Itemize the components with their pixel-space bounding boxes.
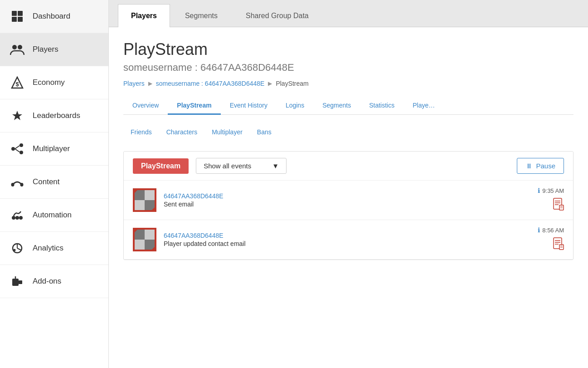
sidebar-item-analytics[interactable]: Analytics	[0, 232, 108, 265]
content-area: PlayStream someusername : 64647AA368D644…	[109, 27, 588, 368]
sub-tab-bar-row2: Friends Characters Multiplayer Bans	[123, 126, 573, 138]
sub-tab-bans[interactable]: Bans	[250, 126, 279, 138]
event-time-label-1: 9:35 AM	[542, 187, 564, 194]
sub-tab-characters[interactable]: Characters	[159, 126, 204, 138]
sub-tab-segments[interactable]: Segments	[313, 97, 360, 115]
page-title: PlayStream	[123, 40, 573, 59]
event-time-2: ℹ 8:56 AM	[538, 226, 564, 234]
svg-rect-3	[18, 17, 23, 22]
svg-point-16	[15, 216, 19, 220]
sidebar-item-label-economy: Economy	[33, 78, 65, 87]
leaderboards-icon	[9, 108, 25, 124]
breadcrumb: Players ▶ someusername : 64647AA368D6448…	[123, 80, 573, 87]
breadcrumb-players-link[interactable]: Players	[123, 80, 145, 87]
svg-rect-1	[18, 11, 23, 16]
info-icon-2: ℹ	[538, 226, 540, 234]
sidebar-item-multiplayer[interactable]: Multiplayer	[0, 132, 108, 166]
players-icon	[9, 41, 25, 58]
pause-label: Pause	[536, 162, 555, 170]
sidebar-item-economy[interactable]: $ Economy	[0, 66, 108, 99]
sidebar-item-label-players: Players	[33, 45, 58, 54]
sub-tab-event-history[interactable]: Event History	[221, 97, 277, 115]
automation-icon	[9, 207, 25, 223]
sidebar-item-addons[interactable]: Add-ons	[0, 265, 108, 298]
svg-line-11	[15, 146, 19, 149]
svg-rect-2	[12, 17, 17, 22]
svg-point-4	[12, 45, 17, 49]
economy-icon: $	[9, 74, 25, 91]
sub-tab-bar-row1: Overview PlayStream Event History Logins…	[123, 97, 573, 115]
sub-tab-multiplayer[interactable]: Multiplayer	[204, 126, 250, 138]
sub-tab-friends[interactable]: Friends	[123, 126, 159, 138]
svg-text:$: $	[15, 81, 19, 88]
sidebar-item-leaderboards[interactable]: Leaderboards	[0, 99, 108, 132]
multiplayer-icon	[9, 141, 25, 157]
pause-button[interactable]: ⏸ Pause	[517, 158, 564, 174]
event-user-link-2[interactable]: 64647AA368D6448E	[164, 232, 530, 239]
sidebar-item-label-leaderboards: Leaderboards	[33, 111, 80, 120]
dashboard-icon	[9, 8, 25, 25]
playstream-card: PlayStream Show all events ▼ ⏸ Pause	[123, 151, 573, 260]
sidebar: Dashboard Players $ Economy Leaderboards	[0, 0, 109, 368]
event-info-2: 64647AA368D6448E Player updated contact …	[164, 232, 530, 247]
event-time-1: ℹ 9:35 AM	[538, 187, 564, 194]
sub-tab-overview[interactable]: Overview	[123, 97, 168, 115]
sidebar-item-content[interactable]: Content	[0, 166, 108, 199]
tab-players[interactable]: Players	[118, 4, 170, 27]
event-row-2: 64647AA368D6448E Player updated contact …	[124, 220, 573, 260]
tab-shared-group-data[interactable]: Shared Group Data	[233, 4, 322, 27]
playstream-badge: PlayStream	[133, 158, 189, 174]
sidebar-item-label-analytics: Analytics	[33, 244, 63, 253]
event-row: 64647AA368D6448E Sent email ℹ 9:35 AM	[124, 181, 573, 220]
svg-point-13	[11, 183, 15, 186]
svg-point-14	[20, 183, 24, 186]
show-events-dropdown[interactable]: Show all events ▼	[196, 158, 287, 174]
analytics-icon	[9, 240, 25, 256]
sidebar-item-label-content: Content	[33, 177, 60, 186]
svg-point-5	[18, 45, 22, 49]
sidebar-item-players[interactable]: Players	[0, 33, 108, 66]
breadcrumb-sep-1: ▶	[148, 80, 152, 87]
svg-rect-21	[19, 280, 22, 284]
pause-icon: ⏸	[525, 162, 532, 170]
breadcrumb-current: PlayStream	[276, 80, 308, 87]
addons-icon	[9, 273, 25, 289]
dropdown-arrow-icon: ▼	[272, 162, 279, 170]
avatar-svg-2	[133, 228, 156, 251]
svg-rect-0	[12, 11, 17, 16]
info-icon-1: ℹ	[538, 187, 540, 194]
sub-tab-statistics[interactable]: Statistics	[360, 97, 403, 115]
playstream-header: PlayStream Show all events ▼ ⏸ Pause	[124, 152, 573, 181]
breadcrumb-user-link[interactable]: someusername : 64647AA368D6448E	[156, 80, 265, 87]
sub-tab-logins[interactable]: Logins	[277, 97, 313, 115]
event-avatar-1	[133, 188, 156, 212]
svg-point-9	[19, 143, 23, 147]
svg-point-10	[19, 151, 23, 154]
show-events-label: Show all events	[204, 162, 251, 170]
breadcrumb-sep-2: ▶	[268, 80, 272, 87]
sidebar-item-label-addons: Add-ons	[33, 277, 61, 286]
sub-tab-playstream[interactable]: PlayStream	[168, 97, 220, 115]
svg-point-19	[14, 249, 16, 251]
sidebar-item-label-automation: Automation	[33, 211, 72, 220]
event-user-link-1[interactable]: 64647AA368D6448E	[164, 192, 530, 200]
svg-point-17	[19, 216, 23, 220]
tab-segments[interactable]: Segments	[172, 4, 231, 27]
sub-tab-players[interactable]: Playe…	[403, 97, 444, 115]
event-meta-1: ℹ 9:35 AM	[538, 187, 564, 213]
sidebar-item-automation[interactable]: Automation	[0, 199, 108, 232]
event-description-1: Sent email	[164, 201, 530, 208]
svg-line-12	[15, 149, 19, 152]
doc-icon-1[interactable]	[553, 198, 564, 213]
top-tab-bar: Players Segments Shared Group Data	[109, 0, 588, 27]
doc-icon-2[interactable]	[553, 237, 564, 253]
event-avatar-2	[133, 228, 156, 251]
main-panel: Players Segments Shared Group Data PlayS…	[109, 0, 588, 368]
event-description-2: Player updated contact email	[164, 240, 530, 247]
svg-point-15	[12, 216, 15, 220]
page-subtitle: someusername : 64647AA368D6448E	[123, 62, 573, 74]
avatar-svg-1	[133, 188, 156, 212]
sidebar-item-dashboard[interactable]: Dashboard	[0, 0, 108, 33]
sidebar-item-label-multiplayer: Multiplayer	[33, 144, 70, 153]
event-info-1: 64647AA368D6448E Sent email	[164, 192, 530, 208]
